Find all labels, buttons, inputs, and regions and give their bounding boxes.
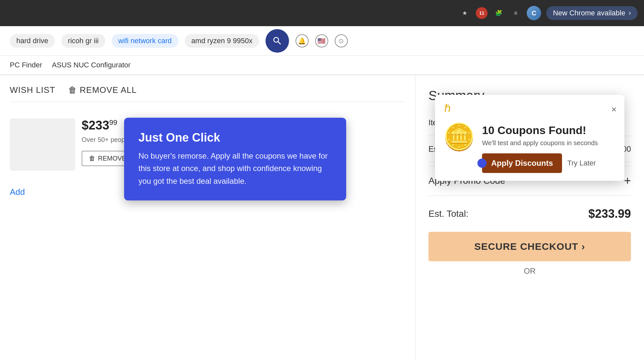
- honey-actions: Apply Discounts Try Later: [482, 153, 617, 173]
- browser-chrome: ★ 11 🧩 ≡ C New Chrome available ›: [0, 0, 644, 26]
- honey-popup-header: ℏ ×: [435, 95, 624, 121]
- search-tab-wifi[interactable]: wifi network card: [112, 34, 178, 48]
- honey-content: 10 Coupons Found! We'll test and apply c…: [482, 124, 617, 173]
- nav-bar: PC Finder ASUS NUC Configurator: [0, 56, 644, 75]
- extensions-badge[interactable]: 11: [476, 7, 488, 19]
- honey-subtitle: We'll test and apply coupons in seconds: [482, 139, 617, 147]
- try-later-link[interactable]: Try Later: [567, 159, 596, 167]
- main-content: WISH LIST 🗑 REMOVE ALL $23399 Over 50+ p…: [0, 75, 644, 361]
- just-one-click-popup[interactable]: Just One Click No buyer's remorse. Apply…: [124, 118, 346, 200]
- honey-coin-image: 🪙: [443, 124, 475, 150]
- menu-icon[interactable]: ⊙: [335, 34, 348, 47]
- item-image: [10, 118, 75, 171]
- nav-pc-finder[interactable]: PC Finder: [10, 61, 42, 69]
- cart-actions: WISH LIST 🗑 REMOVE ALL: [10, 85, 405, 102]
- or-divider: OR: [428, 266, 631, 276]
- total-amount: $233.99: [588, 207, 631, 221]
- honey-close-button[interactable]: ×: [611, 105, 617, 114]
- search-icon: [272, 36, 282, 46]
- search-tab-hard-drive[interactable]: hard drive: [10, 34, 55, 48]
- remove-all-button[interactable]: 🗑 REMOVE ALL: [68, 85, 137, 95]
- toggle-dot: [477, 159, 487, 168]
- joc-body: No buyer's remorse. Apply all the coupon…: [138, 150, 332, 187]
- search-button[interactable]: [266, 29, 289, 53]
- promo-plus-button[interactable]: +: [624, 174, 631, 188]
- honey-popup[interactable]: ℏ × 🪙 10 Coupons Found! We'll test and a…: [435, 95, 624, 181]
- flag-icon[interactable]: 🇺🇸: [315, 34, 328, 47]
- search-tab-amd[interactable]: amd ryzen 9 9950x: [185, 34, 259, 48]
- total-label: Est. Total:: [428, 209, 468, 219]
- apply-discounts-wrapper: Apply Discounts: [482, 153, 562, 173]
- checkout-arrow: ›: [582, 241, 585, 252]
- remove-trash-icon: 🗑: [89, 155, 95, 162]
- honey-popup-body: 🪙 10 Coupons Found! We'll test and apply…: [435, 121, 624, 181]
- apply-discounts-button[interactable]: Apply Discounts: [482, 153, 562, 173]
- search-area: hard drive ricoh gr iii wifi network car…: [0, 26, 644, 56]
- search-tab-ricoh[interactable]: ricoh gr iii: [61, 34, 105, 48]
- wish-list-button[interactable]: WISH LIST: [10, 85, 55, 95]
- total-section: Est. Total: $233.99: [428, 199, 631, 229]
- new-chrome-banner[interactable]: New Chrome available ›: [546, 6, 637, 20]
- nav-asus-nuc[interactable]: ASUS NUC Configurator: [52, 61, 131, 69]
- extensions-icon[interactable]: 🧩: [493, 7, 505, 19]
- bell-icon[interactable]: 🔔: [296, 34, 309, 47]
- svg-text:ℏ: ℏ: [444, 102, 451, 114]
- new-chrome-label: New Chrome available: [553, 9, 625, 17]
- honey-logo: ℏ: [443, 101, 456, 117]
- joc-title: Just One Click: [138, 131, 332, 145]
- media-icon[interactable]: ≡: [510, 7, 522, 19]
- trash-icon: 🗑: [68, 85, 77, 95]
- star-icon[interactable]: ★: [459, 7, 471, 19]
- avatar[interactable]: C: [527, 6, 541, 20]
- checkout-button[interactable]: SECURE CHECKOUT ›: [428, 232, 631, 261]
- new-chrome-chevron: ›: [629, 9, 631, 17]
- honey-title: 10 Coupons Found!: [482, 124, 617, 137]
